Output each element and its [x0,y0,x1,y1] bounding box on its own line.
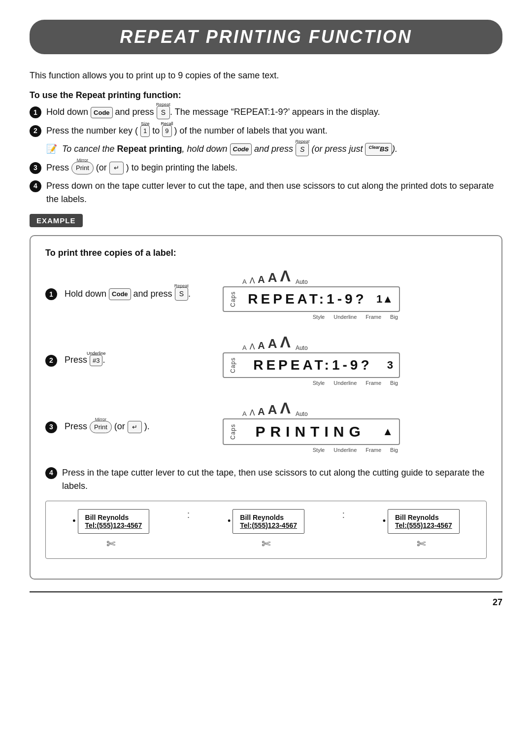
lcd-label-frame-1: Frame [366,314,381,320]
lcd-label-big-3: Big [390,447,398,453]
separator-2: : [342,509,345,520]
label-col-1: • Bill Reynolds Tel:(555)123-4567 ✄ [72,509,149,550]
ex-step-2-right: A Λ A A Λ Auto Caps REPEAT:1-9? 3 Style … [223,333,487,387]
ex-key-code: Code [109,288,131,300]
key-s-cancel: RepeatS [296,143,309,156]
step-num-3: 3 [30,162,41,174]
lcd-label-style-2: Style [313,380,325,386]
lcd3-size-a-lg: A [258,406,265,417]
cancel-note-item: 📝 To cancel the Repeat printing, hold do… [46,142,502,156]
lcd2-size-a-med: Λ [250,343,255,351]
ex-step-num-1: 1 [45,288,57,300]
lcd2-size-a-xxl: Λ [280,333,291,351]
lcd-size-a-sm: A [242,278,247,285]
lcd-cursor-1: 1▲ [376,293,393,306]
ex-key-3: Underline#3 [90,355,102,367]
lcd-label-underline-3: Underline [333,447,357,453]
ex-step-2-left: 2 Press Underline#3 . [45,353,223,367]
scissors-1: ✄ [106,538,115,550]
key-bs: ClearBS [365,143,392,156]
label-name-3: Bill Reynolds [395,514,452,521]
step-num-2: 2 [30,125,41,137]
lcd-3: A Λ A A Λ Auto Caps PRINTING ▲ Style Und… [223,399,400,453]
ex-step-3-left: 3 Press MirrorPrint (or ↵ ). [45,420,223,433]
key-s-repeat: RepeatS [157,106,170,119]
ex-step-row-3: 3 Press MirrorPrint (or ↵ ). A Λ A A Λ A… [45,399,487,454]
scissors-2: ✄ [262,538,270,550]
lcd2-size-a-xl: A [268,336,277,351]
lcd-label-underline-1: Underline [333,314,357,320]
labels-row: • Bill Reynolds Tel:(555)123-4567 ✄ : • … [54,509,478,550]
ex-key-print: MirrorPrint [90,421,112,434]
ex-key-s: RepeatS [175,287,188,301]
step-num-1: 1 [30,106,41,118]
key-enter-1: ↵ [109,162,124,174]
lcd-1-size-row: A Λ A A Λ Auto [223,267,400,285]
step-1: 1 Hold down Code and press RepeatS . The… [30,105,502,119]
step-num-4: 4 [30,180,41,192]
lcd-text-2: REPEAT:1-9? [240,357,385,373]
intro-text: This function allows you to print up to … [30,69,502,82]
dot-2: • [228,516,231,526]
lcd-size-a-xl: A [268,270,277,285]
lcd-label-style-3: Style [313,447,325,453]
section-heading: To use the Repeat printing function: [30,90,502,101]
ex-step-num-2: 2 [45,355,57,367]
label-col-3: • Bill Reynolds Tel:(555)123-4567 ✄ [383,509,460,550]
label-tel-2: Tel:(555)123-4567 [240,521,297,529]
step-1-content: Hold down Code and press RepeatS . The m… [46,105,502,119]
lcd3-size-a-xxl: Λ [280,399,291,417]
ex-step-1-right: A Λ A A Λ Auto Caps REPEAT:1-9? 1▲ Style… [223,267,487,321]
lcd-label-big-2: Big [390,380,398,386]
label-tel-1: Tel:(555)123-4567 [85,521,142,529]
key-9: Recall9 [162,125,171,137]
lcd-label-big-1: Big [390,314,398,320]
dot-1: • [72,516,75,526]
label-card-3: Bill Reynolds Tel:(555)123-4567 [388,509,460,534]
label-tel-3: Tel:(555)123-4567 [395,521,452,529]
lcd-label-style-1: Style [313,314,325,320]
lcd-caps-3: Caps [230,424,236,440]
lcd-label-underline-2: Underline [333,380,357,386]
lcd-screen-1: Caps REPEAT:1-9? 1▲ [223,286,400,312]
lcd-cursor-3: ▲ [382,425,393,438]
labels-output: • Bill Reynolds Tel:(555)123-4567 ✄ : • … [45,501,487,559]
label-name-1: Bill Reynolds [85,514,142,521]
lcd-label-frame-3: Frame [366,447,381,453]
example-box: To print three copies of a label: 1 Hold… [30,235,502,580]
lcd-labels-1: Style Underline Frame Big [223,314,400,320]
step-3: 3 Press MirrorPrint (or ↵ ) to begin pri… [30,161,502,174]
lcd-cursor-2: 3 [387,359,393,372]
lcd-auto-3: Auto [296,411,308,417]
step-4: 4 Press down on the tape cutter lever to… [30,179,502,206]
ex-step-row-2: 2 Press Underline#3 . A Λ A A Λ Auto Cap… [45,333,487,387]
lcd-screen-2: Caps REPEAT:1-9? 3 [223,352,400,378]
lcd-size-a-med: Λ [250,276,255,285]
key-code-cancel: Code [230,143,252,155]
lcd-screen-3: Caps PRINTING ▲ [223,418,400,445]
label-name-2: Bill Reynolds [240,514,297,521]
ex-step-num-4: 4 [45,467,57,479]
note-icon: 📝 [46,142,57,156]
cancel-text: To cancel the Repeat printing, hold down… [62,142,398,156]
lcd-size-a-lg: A [258,274,265,285]
lcd-labels-2: Style Underline Frame Big [223,380,400,386]
step-3-content: Press MirrorPrint (or ↵ ) to begin print… [46,161,502,174]
lcd-1: A Λ A A Λ Auto Caps REPEAT:1-9? 1▲ Style… [223,267,400,320]
step-2: 2 Press the number key ( Size1 to Recall… [30,124,502,137]
label-col-2: • Bill Reynolds Tel:(555)123-4567 ✄ [228,509,304,550]
ex-step-4: 4 Press in the tape cutter lever to cut … [45,466,487,493]
step-2-content: Press the number key ( Size1 to Recall9 … [46,124,502,137]
lcd2-size-a-sm: A [242,344,247,351]
example-label: EXAMPLE [30,214,83,227]
page-footer: 27 [30,591,502,608]
lcd3-size-a-xl: A [268,402,277,417]
lcd-3-size-row: A Λ A A Λ Auto [223,399,400,417]
ex-step-1-left: 1 Hold down Code and press RepeatS . [45,287,223,301]
lcd-caps-2: Caps [230,357,236,373]
lcd-auto-2: Auto [296,344,308,351]
lcd-auto-1: Auto [296,278,308,285]
page-number: 27 [493,597,502,608]
key-code: Code [91,107,113,119]
ex-step-3-right: A Λ A A Λ Auto Caps PRINTING ▲ Style Und… [223,399,487,454]
